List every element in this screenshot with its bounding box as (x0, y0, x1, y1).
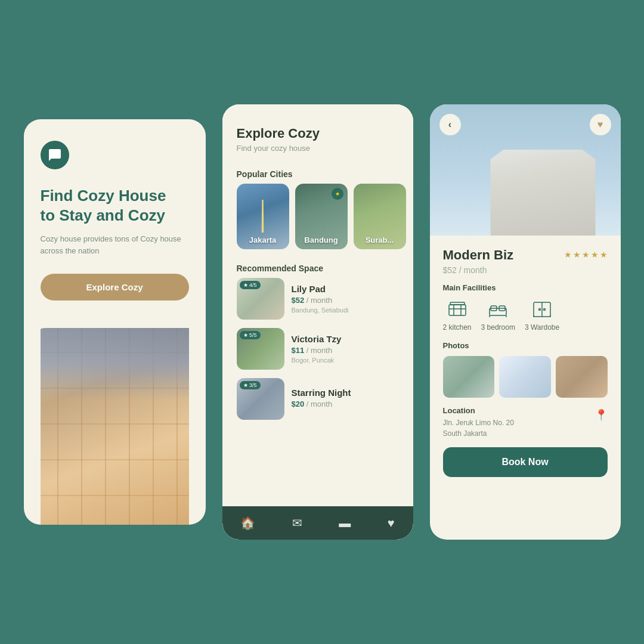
space-rating-starring: ★ 3/5 (240, 381, 261, 389)
photos-label: Photos (443, 341, 608, 350)
star-2: ★ (573, 250, 581, 259)
location-label: Location (443, 406, 595, 415)
photo-1[interactable] (443, 356, 495, 398)
facilities-label: Main Facilities (443, 283, 608, 292)
property-price: $52 / month (443, 265, 608, 275)
wardrobe-svg (532, 301, 552, 318)
star-3: ★ (582, 250, 590, 259)
star-5: ★ (600, 250, 608, 259)
space-img-starring: ★ 3/5 (237, 378, 284, 420)
space-price-victoria: $11 / month (292, 346, 399, 355)
building-image-container (41, 312, 189, 525)
star-4: ★ (591, 250, 599, 259)
screens-container: Find Cozy House to Stay and Cozy Cozy ho… (24, 104, 621, 540)
space-img-lily-pad: ★ 4/5 (237, 278, 284, 320)
city-bandung-star: ★ (332, 188, 343, 200)
explore-subtitle: Find your cozy house (237, 144, 399, 153)
space-name-lily-pad: Lily Pad (292, 284, 399, 294)
onboarding-title: Find Cozy House to Stay and Cozy (41, 186, 189, 225)
cities-row: Jakarta ★ Bandung Surab... (222, 184, 413, 256)
space-card-starring-night[interactable]: ★ 3/5 Starring Night $20 / month (237, 378, 399, 420)
nav-mail-icon[interactable]: ✉ (292, 516, 302, 530)
facility-bedroom: 3 bedroom (481, 298, 515, 332)
svg-rect-4 (450, 302, 465, 305)
explore-title: Explore Cozy (237, 126, 399, 141)
wardrobe-icon (529, 298, 555, 321)
svg-rect-5 (490, 308, 506, 315)
property-detail-content: Modern Biz ★ ★ ★ ★ ★ $52 / month Main Fa… (430, 236, 621, 540)
recommended-section: ★ 4/5 Lily Pad $52 / month Bandung, Seti… (222, 278, 413, 506)
explore-button[interactable]: Explore Cozy (41, 274, 189, 301)
explore-header: Explore Cozy Find your cozy house (222, 104, 413, 162)
location-text: Location Jln. Jeruk Limo No. 20 South Ja… (443, 406, 595, 439)
space-info-victoria: Victoria Tzy $11 / month Bogor, Puncak (292, 334, 399, 364)
city-card-jakarta[interactable]: Jakarta (237, 184, 289, 249)
logo-icon (48, 148, 62, 162)
property-stars: ★ ★ ★ ★ ★ (564, 250, 608, 259)
svg-point-12 (539, 309, 541, 311)
space-card-lily-pad[interactable]: ★ 4/5 Lily Pad $52 / month Bandung, Seti… (237, 278, 399, 320)
screen-3-detail: ‹ ♥ Modern Biz ★ ★ ★ ★ ★ $52 / month Mai… (430, 104, 621, 540)
property-hero-image: ‹ ♥ (430, 104, 621, 236)
space-card-victoria-tzy[interactable]: ★ 5/5 Victoria Tzy $11 / month Bogor, Pu… (237, 328, 399, 370)
space-rating-victoria: ★ 5/5 (240, 331, 261, 339)
bedroom-icon (485, 298, 511, 321)
city-surabaya-label: Surab... (354, 236, 406, 244)
svg-point-13 (544, 309, 546, 311)
screen-2-explore: Explore Cozy Find your cozy house Popula… (222, 104, 413, 540)
location-row: Location Jln. Jeruk Limo No. 20 South Ja… (443, 406, 608, 439)
space-info-lily-pad: Lily Pad $52 / month Bandung, Setiabudi (292, 284, 399, 314)
screen-1-onboarding: Find Cozy House to Stay and Cozy Cozy ho… (24, 119, 206, 525)
location-pin-icon: 📍 (595, 408, 608, 422)
onboarding-description: Cozy house provides tons of Cozy house a… (41, 233, 189, 257)
recommended-label: Recommended Space (222, 256, 413, 278)
book-now-button[interactable]: Book Now (443, 447, 608, 477)
photo-2[interactable] (499, 356, 551, 398)
facility-wardrobe: 3 Wardobe (525, 298, 559, 332)
photos-row (443, 356, 608, 398)
nav-home-icon[interactable]: 🏠 (240, 516, 255, 530)
building-image (41, 328, 189, 525)
kitchen-svg (448, 301, 467, 318)
kitchen-icon (444, 298, 470, 321)
favorite-button[interactable]: ♥ (590, 114, 611, 135)
space-price-starring: $20 / month (292, 400, 399, 408)
city-bandung-label: Bandung (295, 236, 348, 244)
property-name: Modern Biz (443, 247, 514, 263)
svg-rect-0 (449, 305, 466, 315)
location-address: Jln. Jeruk Limo No. 20 South Jakarta (443, 417, 595, 439)
city-card-surabaya[interactable]: Surab... (354, 184, 406, 249)
space-name-victoria: Victoria Tzy (292, 334, 399, 344)
space-name-starring: Starring Night (292, 388, 399, 398)
property-name-row: Modern Biz ★ ★ ★ ★ ★ (443, 247, 608, 263)
facility-kitchen: 2 kitchen (443, 298, 472, 332)
space-rating-lily-pad: ★ 4/5 (240, 281, 261, 289)
wardrobe-count: 3 Wardobe (525, 323, 559, 332)
bedroom-svg (488, 301, 507, 318)
space-info-starring: Starring Night $20 / month (292, 388, 399, 410)
city-card-bandung[interactable]: ★ Bandung (295, 184, 348, 249)
city-jakarta-label: Jakarta (237, 236, 289, 244)
star-1: ★ (564, 250, 572, 259)
bottom-navbar: 🏠 ✉ ▬ ♥ (222, 506, 413, 540)
space-img-victoria: ★ 5/5 (237, 328, 284, 370)
photo-3[interactable] (556, 356, 608, 398)
space-price-lily-pad: $52 / month (292, 296, 399, 305)
nav-card-icon[interactable]: ▬ (339, 516, 351, 530)
nav-heart-icon[interactable]: ♥ (388, 516, 395, 530)
bedroom-count: 3 bedroom (481, 323, 515, 332)
space-location-lily-pad: Bandung, Setiabudi (292, 306, 399, 314)
space-location-victoria: Bogor, Puncak (292, 357, 399, 364)
facilities-row: 2 kitchen 3 bedroom (443, 298, 608, 332)
app-logo (41, 141, 69, 169)
building-facade (41, 328, 189, 525)
back-button[interactable]: ‹ (439, 114, 461, 135)
popular-cities-label: Popular Cities (222, 162, 413, 184)
kitchen-count: 2 kitchen (443, 323, 472, 332)
